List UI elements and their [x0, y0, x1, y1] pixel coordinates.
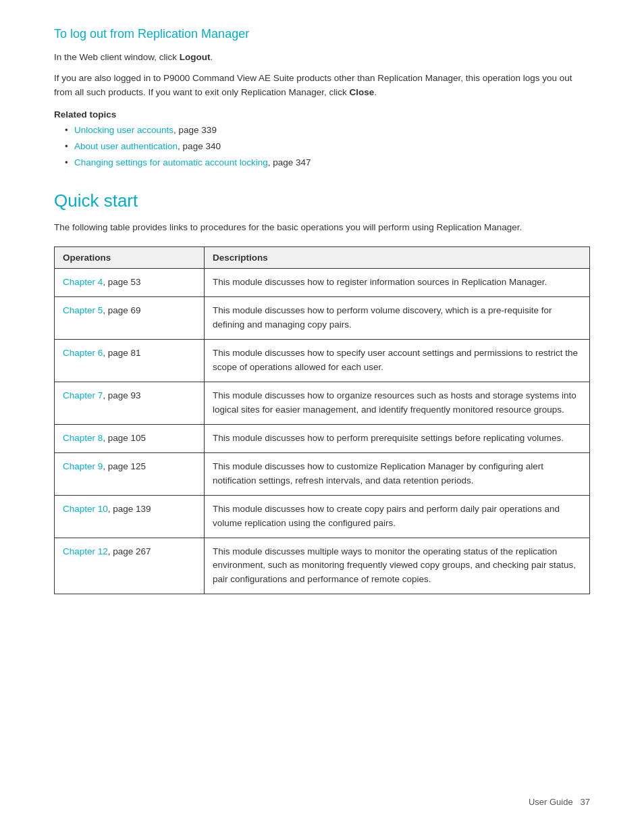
description-cell: This module discusses how to perform pre… — [205, 424, 590, 452]
list-item: Unlocking user accounts, page 339 — [65, 124, 590, 138]
list-item: About user authentication, page 340 — [65, 140, 590, 154]
list-item: Changing settings for automatic account … — [65, 156, 590, 170]
operations-cell: Chapter 9, page 125 — [55, 452, 205, 495]
chapter-link-2[interactable]: Chapter 6 — [63, 348, 103, 358]
description-cell: This module discusses multiple ways to m… — [205, 538, 590, 594]
table-row: Chapter 12, page 267This module discusse… — [55, 538, 590, 594]
footer-page-number: 37 — [581, 797, 590, 807]
logout-p1-bold: Logout — [180, 52, 211, 62]
logout-section: To log out from Replication Manager In t… — [54, 27, 590, 170]
chapter-link-0[interactable]: Chapter 4 — [63, 277, 103, 287]
related-topics-list: Unlocking user accounts, page 339 About … — [54, 124, 590, 170]
operations-cell: Chapter 6, page 81 — [55, 340, 205, 382]
table-row: Chapter 8, page 105This module discusses… — [55, 424, 590, 452]
logout-paragraph1: In the Web client window, click Logout. — [54, 51, 590, 65]
logout-p2-bold: Close — [349, 87, 374, 97]
logout-p1-suffix: . — [211, 52, 213, 62]
logout-p1-prefix: In the Web client window, click — [54, 52, 180, 62]
related-link-3[interactable]: Changing settings for automatic account … — [74, 157, 268, 167]
related-topics-label: Related topics — [54, 109, 590, 120]
table-row: Chapter 10, page 139This module discusse… — [55, 495, 590, 538]
related-link-2-suffix: , page 340 — [178, 141, 221, 151]
related-link-2[interactable]: About user authentication — [74, 141, 178, 151]
related-link-1-suffix: , page 339 — [173, 125, 217, 135]
chapter-link-5[interactable]: Chapter 9 — [63, 461, 103, 471]
chapter-link-7[interactable]: Chapter 12 — [63, 546, 108, 556]
description-cell: This module discusses how to perform vol… — [205, 297, 590, 340]
quick-start-heading: Quick start — [54, 190, 590, 211]
operations-cell: Chapter 7, page 93 — [55, 382, 205, 425]
description-cell: This module discusses how to specify use… — [205, 340, 590, 382]
logout-paragraph2: If you are also logged in to P9000 Comma… — [54, 72, 590, 100]
logout-p2-text: If you are also logged in to P9000 Comma… — [54, 73, 572, 97]
footer-label: User Guide — [529, 797, 573, 807]
operations-cell: Chapter 12, page 267 — [55, 538, 205, 594]
table-row: Chapter 9, page 125This module discusses… — [55, 452, 590, 495]
chapter-link-4[interactable]: Chapter 8 — [63, 433, 103, 443]
quick-start-table: Operations Descriptions Chapter 4, page … — [54, 246, 590, 594]
table-header-row: Operations Descriptions — [55, 247, 590, 269]
table-header-descriptions: Descriptions — [205, 247, 590, 269]
logout-heading: To log out from Replication Manager — [54, 27, 590, 41]
table-row: Chapter 4, page 53This module discusses … — [55, 269, 590, 297]
description-cell: This module discusses how to create copy… — [205, 495, 590, 538]
operations-cell: Chapter 4, page 53 — [55, 269, 205, 297]
description-cell: This module discusses how to customize R… — [205, 452, 590, 495]
related-link-1[interactable]: Unlocking user accounts — [74, 125, 173, 135]
quick-start-section: Quick start The following table provides… — [54, 190, 590, 595]
table-header-operations: Operations — [55, 247, 205, 269]
chapter-link-6[interactable]: Chapter 10 — [63, 504, 108, 514]
operations-cell: Chapter 10, page 139 — [55, 495, 205, 538]
chapter-link-1[interactable]: Chapter 5 — [63, 305, 103, 315]
table-row: Chapter 7, page 93This module discusses … — [55, 382, 590, 425]
table-row: Chapter 5, page 69This module discusses … — [55, 297, 590, 340]
description-cell: This module discusses how to register in… — [205, 269, 590, 297]
operations-cell: Chapter 8, page 105 — [55, 424, 205, 452]
quick-start-intro: The following table provides links to pr… — [54, 221, 590, 235]
description-cell: This module discusses how to organize re… — [205, 382, 590, 425]
operations-cell: Chapter 5, page 69 — [55, 297, 205, 340]
table-row: Chapter 6, page 81This module discusses … — [55, 340, 590, 382]
logout-p2-suffix: . — [374, 87, 377, 97]
chapter-link-3[interactable]: Chapter 7 — [63, 390, 103, 400]
related-link-3-suffix: , page 347 — [268, 157, 311, 167]
page-footer: User Guide 37 — [529, 797, 590, 807]
